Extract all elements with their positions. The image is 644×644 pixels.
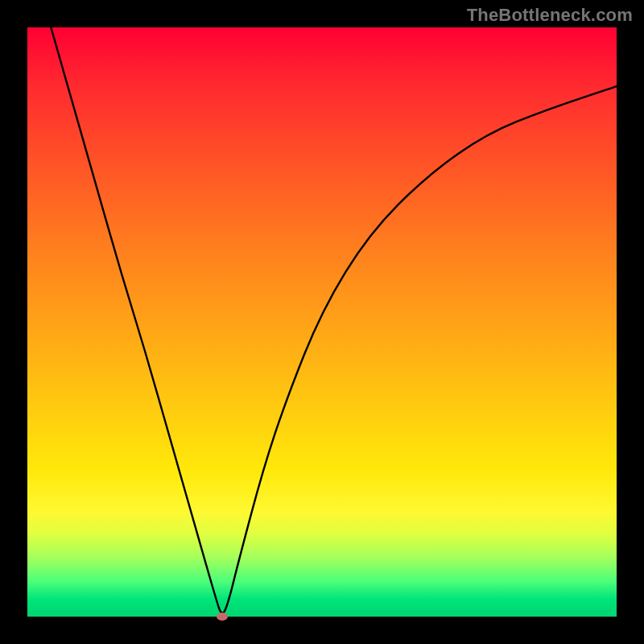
plot-area: [27, 27, 617, 617]
optimal-marker: [217, 613, 228, 621]
chart-frame: TheBottleneck.com: [0, 0, 644, 644]
bottleneck-curve: [27, 27, 617, 617]
watermark-text: TheBottleneck.com: [467, 5, 633, 26]
